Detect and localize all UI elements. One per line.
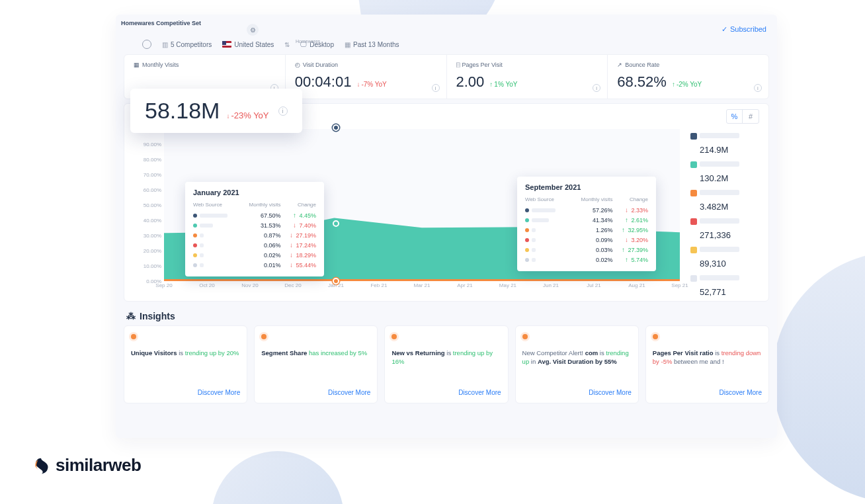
calendar-icon: ▦ [134, 62, 140, 68]
arrow-down-icon: ↓ [226, 112, 229, 120]
insight-card: Pages Per Visit ratio is trending down b… [645, 325, 769, 403]
insight-text: Pages Per Visit ratio is trending down b… [653, 349, 762, 366]
info-icon[interactable]: i [754, 84, 762, 92]
tooltip-value: 67.50% [244, 212, 280, 219]
legend-checkbox[interactable] [690, 133, 697, 140]
discover-more-link[interactable]: Discover More [328, 389, 370, 396]
similarweb-icon [32, 456, 50, 475]
info-icon[interactable]: i [432, 84, 440, 92]
bar-icon [200, 214, 227, 218]
legend-item[interactable]: 130.2M [690, 160, 759, 183]
tooltip-value: 0.09% [576, 237, 612, 243]
metric-duration[interactable]: ◴Visit Duration 00:04:01↓-7% YoY i [286, 55, 447, 99]
chart-x-axis: Sep 20 Oct 20 Nov 20 Dec 20 Jan 21 Feb 2… [164, 282, 680, 290]
wand-icon: ⁂ [126, 311, 136, 321]
filter-country[interactable]: United States [222, 41, 274, 48]
insights-header: ⁂Insights [126, 311, 766, 321]
globe-icon[interactable] [142, 40, 151, 49]
legend-checkbox[interactable] [690, 218, 697, 225]
discover-more-link[interactable]: Discover More [589, 389, 631, 396]
subscribed-badge[interactable]: ✓Subscribed [721, 25, 766, 34]
chart-y-axis: 100.00% 90.00% 80.00% 70.00% 60.00% 50.0… [134, 129, 163, 281]
bar-icon [532, 208, 556, 212]
arrow-down-icon: ↓ [290, 261, 293, 269]
info-icon[interactable]: i [593, 84, 600, 92]
filter-competitors[interactable]: ▥5 Competitors [162, 41, 212, 48]
category-tag: Homewares [296, 39, 320, 44]
insight-dot-icon [522, 334, 528, 339]
brand-wordmark: similarweb [56, 455, 141, 476]
clock-icon: ◴ [295, 62, 300, 68]
legend-item[interactable]: 214.9M [690, 132, 759, 155]
bar-icon [200, 263, 204, 267]
check-icon: ✓ [721, 25, 727, 33]
gear-icon[interactable]: ⚙ [247, 24, 259, 36]
filter-domain[interactable]: ⇅ [284, 41, 290, 48]
legend-label-placeholder [700, 247, 739, 252]
legend-label-placeholder [700, 275, 739, 280]
legend-label-placeholder [700, 218, 739, 224]
bar-icon [532, 258, 536, 262]
discover-more-link[interactable]: Discover More [458, 389, 501, 396]
series-color-dot [193, 243, 197, 247]
bar-icon [200, 233, 204, 237]
pages-icon: ⌸ [456, 62, 460, 68]
toggle-count[interactable]: # [743, 110, 759, 123]
arrow-up-icon: ↑ [293, 212, 296, 219]
tooltip-value: 57.26% [576, 207, 612, 214]
bar-icon [532, 248, 536, 252]
legend-value: 89,310 [690, 259, 759, 269]
tooltip-value: 31.53% [244, 222, 280, 229]
legend-checkbox[interactable] [690, 247, 697, 253]
legend-item[interactable]: 3.482M [690, 189, 759, 212]
legend-value: 3.482M [690, 202, 759, 212]
chart-panel: % # 100.00% 90.00% 80.00% 70.00% 60.00% … [124, 103, 769, 302]
legend-label-placeholder [700, 161, 739, 167]
metric-bounce[interactable]: ↗Bounce Rate 68.52%↑-2% YoY i [608, 55, 768, 99]
legend-value: 271,336 [690, 230, 759, 240]
series-color-dot [193, 233, 197, 237]
chart-unit-toggle: % # [726, 109, 759, 124]
tooltip-title: September 2021 [525, 183, 648, 191]
legend-item[interactable]: 89,310 [690, 245, 759, 269]
arrow-down-icon: ↓ [290, 251, 293, 259]
brand-logo: similarweb [32, 455, 141, 476]
discover-more-link[interactable]: Discover More [720, 389, 762, 396]
highlight-metric-card: 58.18M ↓-23% YoY i [130, 89, 302, 133]
bar-icon [532, 218, 549, 222]
tooltip-change: ↓ 2.33% [613, 206, 648, 214]
tooltip-title: January 2021 [193, 189, 316, 196]
tooltip-row: 67.50%↑ 4.45% [193, 210, 316, 220]
bar-icon [532, 228, 536, 232]
bar-icon [200, 253, 204, 257]
tooltip-row: 0.06%↓ 17.24% [193, 240, 316, 250]
legend-checkbox[interactable] [690, 190, 697, 196]
bg-decoration [772, 251, 865, 503]
filter-period[interactable]: ▦Past 13 Months [345, 41, 399, 48]
series-color-dot [193, 253, 197, 257]
chart-tooltip-jan: January 2021 Web SourceMonthly visitsCha… [185, 182, 324, 276]
metric-ppv[interactable]: ⌸Pages Per Visit 2.00↑1% YoY i [447, 55, 608, 99]
legend-checkbox[interactable] [690, 275, 697, 282]
legend-item[interactable]: 52,771 [690, 274, 759, 297]
flag-us-icon [222, 41, 231, 48]
series-color-dot [193, 224, 197, 228]
arrow-down-icon: ↓ [290, 241, 293, 249]
tooltip-value: 0.02% [576, 257, 612, 263]
series-color-dot [525, 218, 529, 222]
tooltip-row: 0.02%↑ 5.74% [525, 255, 648, 265]
legend-checkbox[interactable] [690, 161, 697, 168]
tooltip-row: 0.01%↓ 55.44% [193, 260, 316, 270]
tooltip-row: 31.53%↓ 7.40% [193, 220, 316, 230]
chart-plot[interactable]: 100.00% 90.00% 80.00% 70.00% 60.00% 50.0… [134, 129, 680, 290]
tooltip-value: 1.26% [576, 227, 612, 233]
building-icon: ▥ [162, 41, 168, 48]
series-color-dot [525, 258, 529, 262]
legend-item[interactable]: 271,336 [690, 217, 759, 240]
discover-more-link[interactable]: Discover More [198, 389, 240, 396]
tooltip-row: 0.09%↓ 3.20% [525, 235, 648, 245]
toggle-percent[interactable]: % [727, 110, 743, 123]
info-icon[interactable]: i [278, 106, 288, 116]
insight-text: New Competitor Alert! com is trending up… [522, 349, 632, 366]
insight-text: New vs Returning is trending up by 16% [391, 349, 501, 366]
